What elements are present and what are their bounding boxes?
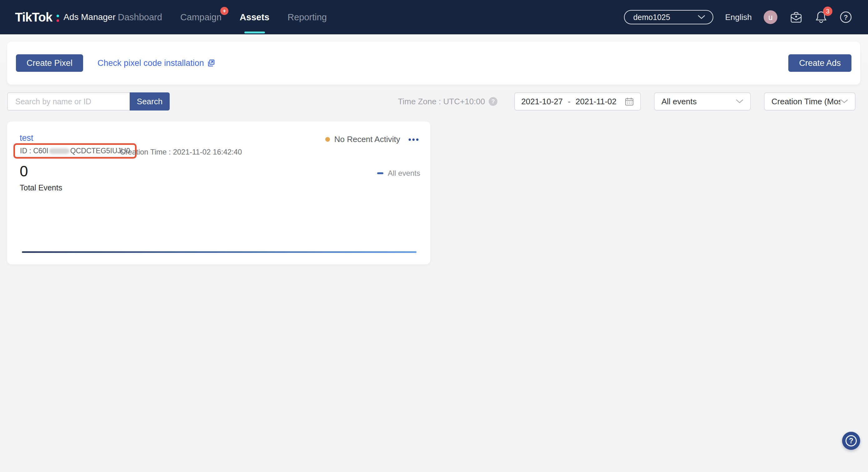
event-filter-value: All events [661,97,697,106]
pixel-toolbar: Create Pixel Check pixel code installati… [7,41,860,85]
notification-count-badge: 3 [823,6,832,16]
main-nav: Dashboard Campaign + Assets Reporting [118,0,327,34]
nav-campaign-label: Campaign [180,12,221,23]
timezone-label: Time Zone : UTC+10:00 [398,97,485,106]
nav-dashboard[interactable]: Dashboard [118,0,162,34]
pixel-status-row: No Recent Activity ••• [325,135,420,144]
avatar-initial: u [768,13,773,22]
pixel-more-menu[interactable]: ••• [408,135,420,144]
notifications-bell-icon[interactable]: 3 [815,10,827,24]
pixel-status: No Recent Activity [334,135,400,144]
help-icon[interactable]: ? [839,11,852,24]
calendar-icon [625,97,634,106]
chart-legend: All events [377,169,420,178]
event-filter-select[interactable]: All events [654,92,751,110]
sort-select[interactable]: Creation Time (Most Rec [764,92,856,110]
check-pixel-install-label: Check pixel code installation [97,58,204,68]
date-start: 2021-10-27 [521,97,563,106]
chevron-down-icon [840,99,848,104]
chevron-down-icon [736,99,743,104]
filters-right: Time Zone : UTC+10:00 ? 2021-10-27 - 202… [398,92,856,110]
nav-campaign[interactable]: Campaign + [180,0,221,34]
date-separator: - [568,97,570,106]
floating-help-button[interactable]: ? [842,432,860,450]
events-line-chart [22,251,416,253]
nav-assets[interactable]: Assets [240,0,269,34]
timezone-info: Time Zone : UTC+10:00 ? [398,97,498,106]
sort-value: Creation Time (Most Rec [771,97,840,106]
account-selector[interactable]: demo1025 [624,10,713,24]
legend-dash-icon [377,172,383,174]
external-link-icon [207,59,215,67]
search-input[interactable] [7,92,130,110]
svg-text:?: ? [844,13,848,21]
top-navbar: TikTok Ads Manager Dashboard Campaign + … [0,0,868,34]
nav-reporting[interactable]: Reporting [287,0,327,34]
pixel-search: Search [7,92,170,110]
search-button[interactable]: Search [130,92,170,110]
question-mark-icon: ? [845,435,857,446]
create-ads-button[interactable]: Create Ads [788,54,851,72]
pixel-id: ID : C60I QCDCTEG5IUJU0 [20,147,130,155]
timezone-help-icon[interactable]: ? [489,97,497,106]
legend-label: All events [388,169,420,178]
brand-suffix: Ads Manager [63,12,116,22]
chevron-down-icon [698,15,705,19]
total-events-value: 0 [20,164,28,179]
pixel-id-annotation-box: ID : C60I QCDCTEG5IUJU0 [13,143,136,159]
account-name: demo1025 [633,13,670,22]
create-pixel-button[interactable]: Create Pixel [16,54,83,72]
brand-name: TikTok [15,10,52,24]
status-dot-icon [325,137,330,142]
briefcase-icon[interactable] [789,10,803,24]
pixel-id-redacted [49,148,70,154]
avatar[interactable]: u [764,10,777,24]
pixel-id-prefix: ID : C60I [20,147,49,155]
language-selector[interactable]: English [725,12,752,22]
header-right-cluster: demo1025 English u 3 ? [624,0,852,34]
check-pixel-install-link[interactable]: Check pixel code installation [97,58,215,68]
total-events-label: Total Events [20,183,62,192]
campaign-plus-badge: + [220,7,228,15]
tiktok-colon-icon [57,15,59,22]
pixel-card: test ID : C60I QCDCTEG5IUJU0 Creation Ti… [7,122,430,264]
date-end: 2021-11-02 [576,97,617,106]
tiktok-ads-manager-logo[interactable]: TikTok Ads Manager [15,0,116,34]
pixel-name-link[interactable]: test [20,133,33,143]
pixel-creation-time: Creation Time : 2021-11-02 16:42:40 [120,148,242,157]
date-range-picker[interactable]: 2021-10-27 - 2021-11-02 [514,92,641,110]
